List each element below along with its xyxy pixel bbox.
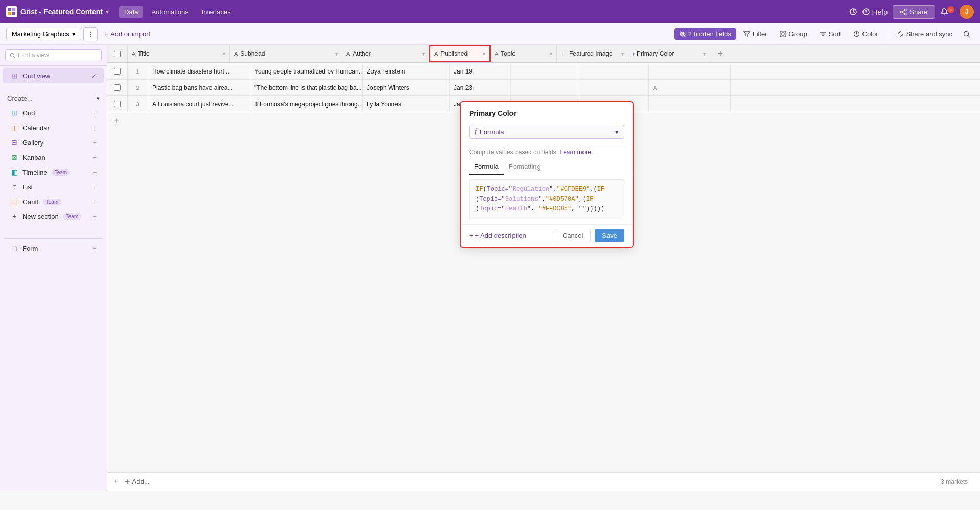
col-header-subhead[interactable]: A Subhead ▾	[230, 45, 342, 62]
filter-button[interactable]: Filter	[738, 28, 773, 40]
add-or-import-button[interactable]: + Add or import	[100, 28, 154, 40]
sidebar-item-gallery[interactable]: ⊟ Gallery +	[3, 135, 104, 150]
row1-title[interactable]: How climate disasters hurt ...	[148, 63, 250, 79]
row1-author[interactable]: Zoya Teirstein	[363, 63, 450, 79]
nav-interfaces[interactable]: Interfaces	[197, 6, 236, 18]
grid-add-icon[interactable]: +	[92, 109, 97, 117]
hidden-fields-button[interactable]: 2 hidden fields	[674, 28, 736, 40]
notifications-button[interactable]: 2	[940, 8, 954, 16]
row1-published[interactable]: Jan 19,	[450, 63, 511, 79]
sidebar-item-form[interactable]: ◻ Form +	[3, 238, 104, 255]
sidebar-item-calendar[interactable]: ◫ Calendar +	[3, 120, 104, 135]
col-header-title[interactable]: A Title ▾	[128, 45, 230, 62]
sidebar-item-grid-view[interactable]: ⊞ Grid view ✓	[3, 68, 104, 83]
view-chevron-down: ▾	[72, 30, 76, 38]
sidebar-item-grid[interactable]: ⊞ Grid +	[3, 106, 104, 120]
sidebar-item-kanban[interactable]: ⊠ Kanban +	[3, 150, 104, 164]
form-add-icon[interactable]: +	[92, 245, 97, 252]
calendar-add-icon[interactable]: +	[92, 124, 97, 132]
row3-author[interactable]: Lylla Younes	[363, 96, 450, 112]
main-layout: Find a view ⊞ Grid view ✓ Create... ▾ ⊞ …	[0, 45, 980, 491]
row2-primary[interactable]: A	[649, 80, 731, 95]
row2-published[interactable]: Jan 23,	[450, 80, 511, 95]
row2-title[interactable]: Plastic bag bans have alrea...	[148, 80, 250, 95]
current-view-selector[interactable]: Marketing Graphics ▾	[6, 28, 81, 40]
gantt-add-icon[interactable]: +	[92, 198, 97, 206]
author-col-chevron: ▾	[422, 51, 425, 57]
row2-checkbox[interactable]	[107, 80, 128, 95]
title-chevron[interactable]: ▾	[106, 9, 109, 15]
nav-data[interactable]: Data	[119, 6, 143, 18]
col-header-author[interactable]: A Author ▾	[342, 45, 429, 62]
row2-topic[interactable]	[511, 80, 577, 95]
sidebar-item-gantt[interactable]: ▤ Gantt Team +	[3, 195, 104, 209]
tab-formatting[interactable]: Formatting	[504, 160, 546, 175]
popup-helper-text: Compute values based on fields. Learn mo…	[461, 147, 633, 158]
row3-primary[interactable]	[649, 96, 731, 112]
share-sync-button[interactable]: Share and sync	[892, 28, 958, 40]
share-button[interactable]: Share	[893, 5, 935, 19]
color-button[interactable]: Color	[848, 28, 883, 40]
help-label: Help	[872, 8, 888, 16]
learn-more-link[interactable]: Learn more	[559, 149, 591, 156]
row3-checkbox[interactable]	[107, 96, 128, 112]
header-checkbox[interactable]	[107, 45, 128, 62]
row3-title[interactable]: A Louisiana court just revive...	[148, 96, 250, 112]
save-button[interactable]: Save	[595, 229, 624, 242]
grid-icon: ⊞	[10, 109, 18, 117]
add-column-button[interactable]: +	[710, 45, 731, 62]
subhead-col-chevron: ▾	[335, 51, 338, 57]
search-button[interactable]	[960, 27, 974, 41]
row2-author[interactable]: Joseph Winters	[363, 80, 450, 95]
new-section-add-icon[interactable]: +	[92, 213, 97, 221]
history-icon[interactable]	[849, 8, 857, 16]
sidebar-item-list[interactable]: ≡ List +	[3, 180, 104, 194]
col-header-primary[interactable]: f Primary Color ▾	[628, 45, 710, 62]
user-avatar[interactable]: J	[960, 5, 974, 19]
add-row-bottom-button[interactable]: +	[113, 476, 119, 487]
add-description-button[interactable]: + + Add description	[469, 232, 526, 239]
col-header-featured[interactable]: ⋮ Featured Image ▾	[557, 45, 628, 62]
formula-code-editor[interactable]: IF(Topic="Regulation","#CFDEE9",(IF (Top…	[469, 179, 624, 220]
list-add-icon[interactable]: +	[92, 183, 97, 191]
app-logo[interactable]: Grist - Featured Content ▾	[6, 6, 109, 17]
svg-point-10	[90, 31, 91, 32]
row2-subhead[interactable]: "The bottom line is that plastic bag ba.…	[250, 80, 363, 95]
gallery-add-icon[interactable]: +	[92, 139, 97, 147]
new-section-label: New section	[22, 213, 59, 221]
svg-rect-3	[12, 12, 15, 15]
row1-subhead[interactable]: Young people traumatized by Hurrican...	[250, 63, 363, 79]
sidebar-item-new-section[interactable]: + New section Team +	[3, 209, 104, 224]
row3-subhead[interactable]: If Formosa's megaproject goes throug...	[250, 96, 363, 112]
main-nav: Data Automations Interfaces	[119, 6, 236, 18]
svg-point-7	[904, 9, 906, 11]
group-button[interactable]: Group	[775, 28, 812, 40]
row1-featured[interactable]	[577, 63, 649, 79]
row1-primary[interactable]	[649, 63, 731, 79]
create-header[interactable]: Create... ▾	[0, 91, 107, 105]
select-all-checkbox[interactable]	[114, 51, 121, 57]
form-icon: ◻	[10, 244, 18, 252]
find-view-input[interactable]: Find a view	[5, 49, 102, 61]
row2-featured[interactable]	[577, 80, 649, 95]
new-section-team-badge: Team	[63, 213, 81, 220]
timeline-add-icon[interactable]: +	[92, 168, 97, 176]
grid-header: A Title ▾ A Subhead ▾ A Author ▾ A Publi…	[107, 45, 980, 63]
col-header-published[interactable]: A Published ▾	[429, 45, 491, 62]
published-col-chevron: ▾	[483, 51, 485, 57]
row1-topic[interactable]	[511, 63, 577, 79]
sidebar-item-timeline[interactable]: ◧ Timeline Team +	[3, 165, 104, 179]
svg-point-11	[90, 33, 91, 34]
cancel-button[interactable]: Cancel	[555, 229, 591, 242]
tab-formula[interactable]: Formula	[469, 160, 504, 175]
view-options-button[interactable]	[83, 27, 98, 41]
sort-button[interactable]: Sort	[814, 28, 846, 40]
formula-selector[interactable]: f Formula ▾	[469, 125, 624, 139]
add-columns-button[interactable]: Add...	[124, 478, 150, 485]
col-header-topic[interactable]: A Topic ▾	[491, 45, 557, 62]
kanban-add-icon[interactable]: +	[92, 154, 97, 161]
nav-automations[interactable]: Automations	[146, 6, 193, 18]
svg-rect-15	[784, 31, 786, 33]
row1-checkbox[interactable]	[107, 63, 128, 79]
help-button[interactable]: Help	[862, 8, 888, 16]
